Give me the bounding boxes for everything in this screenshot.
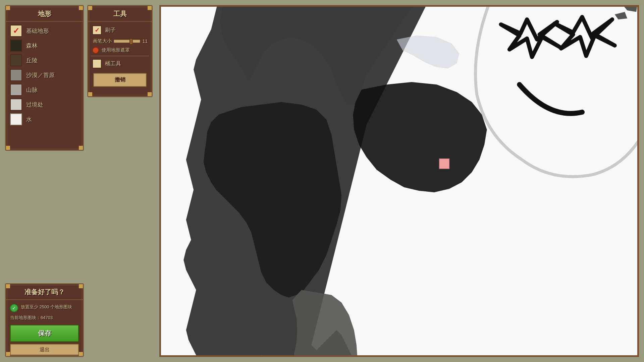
save-button[interactable]: 保存 — [10, 325, 79, 342]
terrain-item-transition[interactable]: 过境处 — [6, 97, 83, 112]
terrain-swatch-forest — [10, 40, 22, 52]
ready-check-row: ✓ 放置至少 2500 个地形图块 — [6, 303, 83, 313]
brush-slider-thumb[interactable] — [129, 39, 133, 45]
terrain-panel: 地形 基础地形 森林 丘陵 沙漠／苔原 山脉 过境处 水 — [5, 5, 84, 151]
terrain-swatch-water — [10, 113, 22, 125]
terrain-item-mountain[interactable]: 山脉 — [6, 82, 83, 97]
tool-brush[interactable]: 刷子 — [88, 23, 152, 37]
terrain-item-desert[interactable]: 沙漠／苔原 — [6, 68, 83, 82]
ready-panel-title: 准备好了吗？ — [6, 284, 83, 300]
mask-icon — [92, 47, 99, 54]
bucket-label: 桶工具 — [105, 60, 121, 67]
terrain-panel-title: 地形 — [6, 6, 83, 22]
terrain-label-forest: 森林 — [26, 42, 38, 50]
ready-count-row: 当前地形图块：64703 — [6, 313, 83, 323]
terrain-label-hills: 丘陵 — [26, 57, 38, 64]
ready-check-text: 放置至少 2500 个地形图块 — [21, 304, 72, 310]
brush-size-value: 11 — [142, 39, 148, 44]
undo-button[interactable]: 撤销 — [93, 73, 147, 87]
map-svg — [161, 7, 637, 355]
terrain-item-basic[interactable]: 基础地形 — [6, 23, 83, 38]
terrain-swatch-mountain — [10, 84, 22, 96]
bucket-checkbox[interactable] — [92, 59, 102, 68]
terrain-label-water: 水 — [26, 116, 32, 123]
brush-size-row: 画笔大小 11 — [88, 37, 152, 46]
ready-check-icon: ✓ — [10, 304, 18, 312]
brush-label: 刷子 — [105, 27, 116, 34]
tools-panel: 工具 刷子 画笔大小 11 使用地形遮罩 桶工具 撤销 — [87, 5, 153, 97]
brush-size-label: 画笔大小 — [93, 38, 112, 44]
terrain-swatch-desert — [10, 69, 22, 81]
terrain-label-desert: 沙漠／苔原 — [26, 71, 55, 79]
terrain-item-forest[interactable]: 森林 — [6, 38, 83, 53]
terrain-item-water[interactable]: 水 — [6, 112, 83, 127]
terrain-swatch-transition — [10, 99, 22, 111]
terrain-label-transition: 过境处 — [26, 101, 43, 109]
terrain-swatch-hills — [10, 54, 22, 66]
ready-panel: 准备好了吗？ ✓ 放置至少 2500 个地形图块 当前地形图块：64703 保存… — [5, 283, 84, 357]
tools-panel-title: 工具 — [88, 6, 152, 22]
svg-rect-1 — [439, 159, 449, 169]
mask-label: 使用地形遮罩 — [102, 47, 130, 53]
terrain-checkbox-basic[interactable] — [10, 25, 22, 37]
map-area[interactable] — [159, 5, 639, 357]
use-mask-row[interactable]: 使用地形遮罩 — [88, 46, 152, 55]
brush-checkbox[interactable] — [92, 25, 102, 35]
ready-count-label: 当前地形图块：64703 — [10, 315, 53, 320]
exit-button[interactable]: 退出 — [10, 344, 79, 356]
terrain-label-mountain: 山脉 — [26, 86, 38, 94]
tool-bucket[interactable]: 桶工具 — [88, 57, 152, 70]
terrain-item-hills[interactable]: 丘陵 — [6, 53, 83, 68]
tools-divider — [91, 56, 149, 56]
brush-size-slider[interactable] — [114, 40, 140, 43]
terrain-label-basic: 基础地形 — [26, 27, 49, 35]
